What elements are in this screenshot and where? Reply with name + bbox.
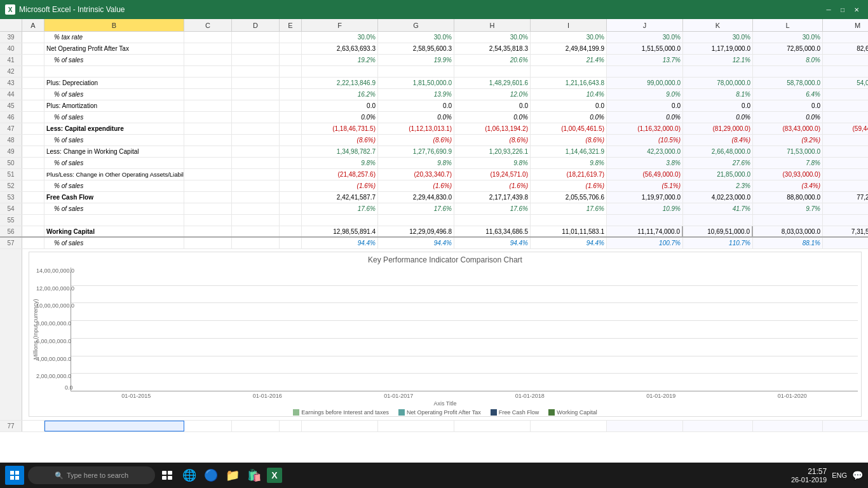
col-b[interactable]: B — [44, 19, 184, 31]
col-m[interactable]: M — [823, 19, 868, 31]
svg-rect-4 — [162, 471, 166, 475]
taskbar: 🔍 Type here to search 🌐 🔵 📁 🛍️ X 21:57 2… — [0, 463, 868, 488]
table-row: 52 % of sales (1.6%) (1.6%) (1.6%) (1.6%… — [0, 180, 868, 192]
table-row: 55 — [0, 215, 868, 226]
app-title: Microsoft Excel - Intrinsic Value — [19, 5, 125, 14]
svg-rect-5 — [168, 471, 172, 475]
chart-plot: 14,00,00,000.0 12,00,00,000.0 10,00,00,0… — [71, 268, 858, 391]
table-row: 39 % tax rate 30.0% 30.0% 30.0% 30.0% 30… — [0, 32, 868, 43]
data-area: 39 % tax rate 30.0% 30.0% 30.0% 30.0% 30… — [0, 32, 868, 464]
table-row: 43 Plus: Depreciation 2,22,13,846.9 1,81… — [0, 78, 868, 89]
col-h[interactable]: H — [454, 19, 531, 31]
explorer-icon[interactable]: 📁 — [224, 466, 241, 484]
col-c[interactable]: C — [184, 19, 232, 31]
spreadsheet: A B C D E F G H I J K L M 39 % tax rate … — [0, 19, 868, 464]
svg-rect-3 — [15, 476, 19, 480]
start-button[interactable] — [5, 466, 24, 485]
col-f[interactable]: F — [302, 19, 378, 31]
table-row: 50 % of sales 9.8% 9.8% 9.8% 9.8% 3.8% 2… — [0, 158, 868, 169]
table-row: 57 % of sales 94.4% 94.4% 94.4% 94.4% 10… — [0, 238, 868, 249]
maximize-button[interactable]: □ — [836, 3, 849, 16]
notification-icon[interactable]: 💬 — [852, 470, 863, 480]
col-a[interactable]: A — [22, 19, 44, 31]
svg-rect-0 — [10, 471, 14, 475]
col-j[interactable]: J — [607, 19, 683, 31]
app-icon: X — [5, 4, 15, 15]
svg-rect-6 — [162, 476, 166, 480]
svg-rect-7 — [168, 476, 172, 480]
edge-icon[interactable]: 🔵 — [202, 466, 220, 484]
chart-legend: Earnings before Interest and taxes Net O… — [32, 409, 858, 416]
col-d[interactable]: D — [232, 19, 280, 31]
col-k[interactable]: K — [683, 19, 753, 31]
table-row: 53 Free Cash Flow 2,42,41,587.7 2,29,44,… — [0, 192, 868, 203]
chrome-icon[interactable]: 🌐 — [180, 466, 198, 484]
close-button[interactable]: ✕ — [850, 3, 863, 16]
table-row: 44 % of sales 16.2% 13.9% 12.0% 10.4% 9.… — [0, 89, 868, 100]
col-g[interactable]: G — [378, 19, 454, 31]
chart-container-row: Key Performance Indicator Comparison Cha… — [0, 249, 868, 421]
table-row: 40 Net Operating Profit After Tax 2,63,6… — [0, 43, 868, 55]
taskbar-time: 21:57 — [808, 467, 827, 476]
svg-rect-1 — [15, 471, 19, 475]
table-row: 48 % of sales (8.6%) (8.6%) (8.6%) (8.6%… — [0, 135, 868, 146]
table-row: 45 Plus: Amortization 0.0 0.0 0.0 0.0 0.… — [0, 100, 868, 112]
column-headers: A B C D E F G H I J K L M — [0, 19, 868, 32]
table-row: 46 % of sales 0.0% 0.0% 0.0% 0.0% 0.0% 0… — [0, 112, 868, 123]
col-i[interactable]: I — [531, 19, 607, 31]
table-row: 56 Working Capital 12,98,55,891.4 12,29,… — [0, 226, 868, 238]
title-bar: X Microsoft Excel - Intrinsic Value ─ □ … — [0, 0, 868, 19]
taskbar-language: ENG — [832, 471, 847, 479]
table-row: 54 % of sales 17.6% 17.6% 17.6% 17.6% 10… — [0, 203, 868, 215]
col-l[interactable]: L — [753, 19, 823, 31]
excel-taskbar-icon[interactable]: X — [267, 468, 282, 483]
search-bar[interactable]: 🔍 Type here to search — [28, 466, 155, 484]
kpi-chart: Key Performance Indicator Comparison Cha… — [29, 252, 862, 417]
store-icon[interactable]: 🛍️ — [245, 466, 263, 484]
svg-rect-2 — [10, 476, 14, 480]
minimize-button[interactable]: ─ — [822, 3, 835, 16]
table-row[interactable]: 77 — [0, 421, 868, 432]
selected-cell-b77[interactable] — [44, 421, 184, 431]
axis-title: Axis Title — [32, 400, 858, 407]
table-row: 51 Plus/Less: Change in Other Operating … — [0, 169, 868, 180]
chart-title: Key Performance Indicator Comparison Cha… — [32, 255, 858, 264]
table-row: 47 Less: Capital expenditure (1,18,46,73… — [0, 123, 868, 135]
table-row: 49 Less: Change in Working Capital 1,34,… — [0, 146, 868, 158]
x-axis-labels: 01-01-2015 01-01-2016 01-01-2017 01-01-2… — [32, 393, 858, 399]
table-row: 42 — [0, 66, 868, 78]
col-e[interactable]: E — [280, 19, 302, 31]
task-view-button[interactable] — [159, 466, 177, 484]
table-row: 41 % of sales 19.2% 19.9% 20.6% 21.4% 13… — [0, 55, 868, 66]
taskbar-date: 26-01-2019 — [791, 476, 827, 484]
